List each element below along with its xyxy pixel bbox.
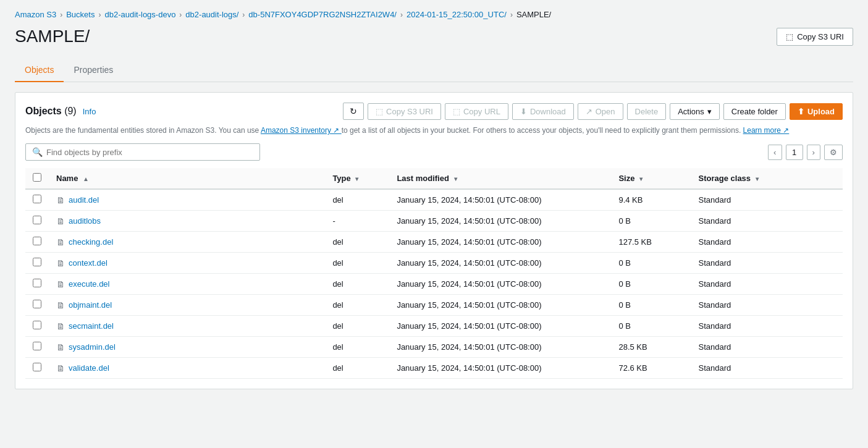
type-column-header: Type ▾ [325, 168, 389, 189]
file-link-0[interactable]: 🗎 audit.del [56, 195, 318, 205]
row-checkbox-1[interactable] [33, 216, 41, 224]
row-checkbox-cell [25, 295, 49, 316]
file-link-3[interactable]: 🗎 context.del [56, 258, 318, 268]
row-modified-cell: January 15, 2024, 14:50:01 (UTC-08:00) [389, 358, 611, 379]
table-row: 🗎 objmaint.del del January 15, 2024, 14:… [25, 295, 843, 316]
row-type-cell: del [325, 337, 389, 358]
row-modified-cell: January 15, 2024, 14:50:01 (UTC-08:00) [389, 295, 611, 316]
copy-s3-uri-icon: ⬚ [376, 107, 383, 116]
breadcrumb-buckets[interactable]: Buckets [66, 10, 95, 19]
table-row: 🗎 sysadmin.del del January 15, 2024, 14:… [25, 337, 843, 358]
file-link-1[interactable]: 🗎 auditlobs [56, 216, 318, 226]
learn-more-link[interactable]: Learn more ↗ [743, 126, 790, 135]
row-storage-cell: Standard [691, 316, 843, 337]
info-text: Objects are the fundamental entities sto… [25, 125, 843, 136]
file-link-4[interactable]: 🗎 execute.del [56, 279, 318, 289]
row-checkbox-2[interactable] [33, 237, 41, 245]
download-button[interactable]: ⬇ Download [512, 103, 574, 120]
table-row: 🗎 checking.del del January 15, 2024, 14:… [25, 232, 843, 253]
size-column-header: Size ▾ [611, 168, 691, 189]
select-all-header [25, 168, 49, 189]
row-type-cell: del [325, 189, 389, 211]
tab-objects[interactable]: Objects [15, 59, 64, 82]
row-checkbox-7[interactable] [33, 342, 41, 350]
table-header-row: Name ▲ Type ▾ Last modified ▾ Size ▾ [25, 168, 843, 189]
row-modified-cell: January 15, 2024, 14:50:01 (UTC-08:00) [389, 253, 611, 274]
row-size-cell: 72.6 KB [611, 358, 691, 379]
file-link-7[interactable]: 🗎 sysadmin.del [56, 342, 318, 352]
file-link-8[interactable]: 🗎 validate.del [56, 363, 318, 373]
row-checkbox-8[interactable] [33, 363, 41, 371]
refresh-button[interactable]: ↻ [343, 103, 364, 120]
row-name-cell: 🗎 sysadmin.del [49, 337, 325, 358]
breadcrumb-sep-3: › [179, 11, 182, 19]
row-name-cell: 🗎 audit.del [49, 189, 325, 211]
row-storage-cell: Standard [691, 358, 843, 379]
upload-button[interactable]: ⬆ Upload [790, 103, 843, 120]
copy-s3-uri-header-button[interactable]: ⬚ Copy S3 URI [777, 28, 853, 46]
breadcrumb-db2-audit-logs[interactable]: db2-audit-logs/ [185, 10, 238, 19]
file-link-6[interactable]: 🗎 secmaint.del [56, 321, 318, 331]
actions-chevron-icon: ▾ [707, 107, 712, 116]
file-icon: 🗎 [56, 258, 65, 268]
page-header: SAMPLE/ ⬚ Copy S3 URI [15, 27, 853, 46]
actions-button[interactable]: Actions ▾ [670, 103, 720, 120]
file-icon: 🗎 [56, 300, 65, 310]
row-checkbox-5[interactable] [33, 300, 41, 308]
row-checkbox-4[interactable] [33, 279, 41, 287]
breadcrumb-utc[interactable]: 2024-01-15_22:50:00_UTC/ [407, 10, 507, 19]
page-title: SAMPLE/ [15, 27, 90, 46]
row-type-cell: del [325, 253, 389, 274]
copy-s3-uri-button[interactable]: ⬚ Copy S3 URI [368, 103, 441, 120]
next-page-button[interactable]: › [807, 145, 820, 160]
row-type-cell: del [325, 232, 389, 253]
row-checkbox-0[interactable] [33, 195, 41, 203]
table-row: 🗎 auditlobs - January 15, 2024, 14:50:01… [25, 211, 843, 232]
breadcrumb-db2-audit-logs-devo[interactable]: db2-audit-logs-devo [104, 10, 175, 19]
row-name-cell: 🗎 objmaint.del [49, 295, 325, 316]
file-icon: 🗎 [56, 237, 65, 247]
breadcrumb-db-id[interactable]: db-5N7FXOY4GDP7RG2NSH2ZTAI2W4/ [248, 10, 397, 19]
row-size-cell: 127.5 KB [611, 232, 691, 253]
table-settings-button[interactable]: ⚙ [824, 145, 843, 160]
row-size-cell: 9.4 KB [611, 189, 691, 211]
search-icon: 🔍 [32, 147, 43, 157]
row-storage-cell: Standard [691, 232, 843, 253]
file-link-2[interactable]: 🗎 checking.del [56, 237, 318, 247]
breadcrumb-sep-4: › [242, 11, 245, 19]
file-icon: 🗎 [56, 279, 65, 289]
tab-properties[interactable]: Properties [64, 59, 123, 82]
file-link-5[interactable]: 🗎 objmaint.del [56, 300, 318, 310]
delete-button[interactable]: Delete [627, 103, 667, 120]
row-checkbox-cell [25, 232, 49, 253]
breadcrumb-amazon-s3[interactable]: Amazon S3 [15, 10, 56, 19]
page-number: 1 [786, 145, 803, 160]
row-checkbox-6[interactable] [33, 321, 41, 329]
search-box[interactable]: 🔍 [25, 143, 260, 161]
prev-page-button[interactable]: ‹ [768, 145, 782, 160]
info-link[interactable]: Info [83, 107, 96, 116]
inventory-link[interactable]: Amazon S3 inventory ↗ [261, 126, 342, 135]
row-type-cell: - [325, 211, 389, 232]
table-row: 🗎 execute.del del January 15, 2024, 14:5… [25, 274, 843, 295]
row-name-cell: 🗎 execute.del [49, 274, 325, 295]
create-folder-button[interactable]: Create folder [723, 103, 786, 120]
open-button[interactable]: ↗ Open [578, 103, 623, 120]
row-size-cell: 0 B [611, 274, 691, 295]
search-input[interactable] [46, 148, 253, 157]
copy-url-button[interactable]: ⬚ Copy URL [445, 103, 508, 120]
table-body: 🗎 audit.del del January 15, 2024, 14:50:… [25, 189, 843, 379]
modified-sort-icon: ▾ [454, 175, 457, 182]
storage-column-header: Storage class ▾ [691, 168, 843, 189]
open-icon: ↗ [586, 107, 592, 116]
table-row: 🗎 context.del del January 15, 2024, 14:5… [25, 253, 843, 274]
row-name-cell: 🗎 auditlobs [49, 211, 325, 232]
row-checkbox-3[interactable] [33, 258, 41, 266]
copy-url-icon: ⬚ [453, 107, 460, 116]
select-all-checkbox[interactable] [33, 173, 41, 182]
toolbar: ↻ ⬚ Copy S3 URI ⬚ Copy URL ⬇ Download ↗ … [343, 103, 843, 120]
row-storage-cell: Standard [691, 253, 843, 274]
row-storage-cell: Standard [691, 337, 843, 358]
row-type-cell: del [325, 316, 389, 337]
row-checkbox-cell [25, 274, 49, 295]
